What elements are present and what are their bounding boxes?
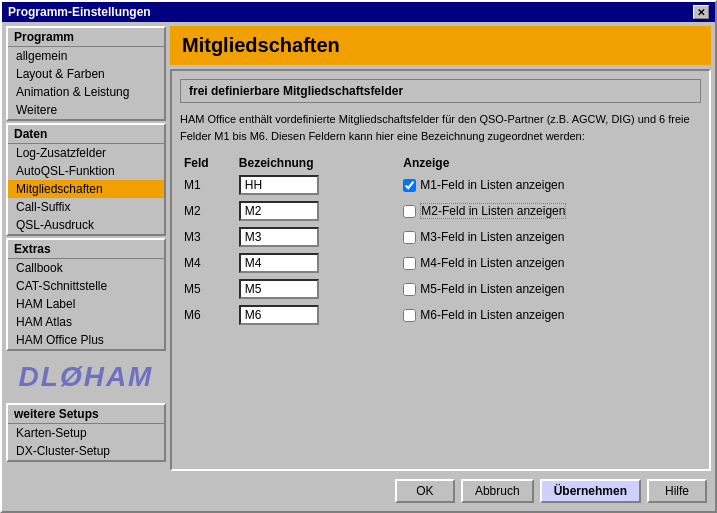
anzeige-cell-M2: M2-Feld in Listen anzeigen (399, 198, 701, 224)
sidebar-item-hamlabel[interactable]: HAM Label (8, 295, 164, 313)
sidebar-item-qslausdruck[interactable]: QSL-Ausdruck (8, 216, 164, 234)
sidebar-item-callsuffix[interactable]: Call-Suffix (8, 198, 164, 216)
sidebar-item-weitere[interactable]: Weitere (8, 101, 164, 119)
anzeige-text-M2: M2-Feld in Listen anzeigen (420, 203, 566, 219)
anzeige-label-M5[interactable]: M5-Feld in Listen anzeigen (403, 282, 697, 296)
anzeige-text-M6: M6-Feld in Listen anzeigen (420, 308, 564, 322)
table-row: M3M3-Feld in Listen anzeigen (180, 224, 701, 250)
description-text: HAM Office enthält vordefinierte Mitglie… (180, 111, 701, 144)
sidebar: Programm allgemein Layout & Farben Anima… (6, 26, 166, 507)
field-label-M1: M1 (180, 172, 235, 198)
sidebar-section-extras-header: Extras (8, 240, 164, 259)
anzeige-checkbox-M5[interactable] (403, 283, 416, 296)
anzeige-checkbox-M1[interactable] (403, 179, 416, 192)
bezeichnung-input-M5[interactable] (239, 279, 319, 299)
page-title: Mitgliedschaften (170, 26, 711, 65)
field-label-M5: M5 (180, 276, 235, 302)
sidebar-item-hamatlas[interactable]: HAM Atlas (8, 313, 164, 331)
anzeige-checkbox-M3[interactable] (403, 231, 416, 244)
sidebar-item-hamofficeplus[interactable]: HAM Office Plus (8, 331, 164, 349)
abbruch-button[interactable]: Abbruch (461, 479, 534, 503)
right-panel: Mitgliedschaften frei definierbare Mitgl… (170, 26, 711, 507)
bezeichnung-input-M1[interactable] (239, 175, 319, 195)
sidebar-item-animation[interactable]: Animation & Leistung (8, 83, 164, 101)
section-box: frei definierbare Mitgliedschaftsfelder (180, 79, 701, 103)
bottom-bar: OK Abbruch Übernehmen Hilfe (170, 475, 711, 507)
anzeige-label-M1[interactable]: M1-Feld in Listen anzeigen (403, 178, 697, 192)
anzeige-label-M6[interactable]: M6-Feld in Listen anzeigen (403, 308, 697, 322)
hilfe-button[interactable]: Hilfe (647, 479, 707, 503)
anzeige-text-M1: M1-Feld in Listen anzeigen (420, 178, 564, 192)
content-area: frei definierbare Mitgliedschaftsfelder … (170, 69, 711, 471)
anzeige-text-M5: M5-Feld in Listen anzeigen (420, 282, 564, 296)
logo: DLØHAM (6, 353, 166, 401)
sidebar-section-programm: Programm allgemein Layout & Farben Anima… (6, 26, 166, 121)
sidebar-section-weiteresetups-header: weitere Setups (8, 405, 164, 424)
sidebar-section-extras: Extras Callbook CAT-Schnittstelle HAM La… (6, 238, 166, 351)
bezeichnung-cell-M2 (235, 198, 400, 224)
anzeige-checkbox-M2[interactable] (403, 205, 416, 218)
col-header-anzeige: Anzeige (399, 154, 701, 172)
uebernehmen-button[interactable]: Übernehmen (540, 479, 641, 503)
sidebar-item-log[interactable]: Log-Zusatzfelder (8, 144, 164, 162)
close-button[interactable]: ✕ (693, 5, 709, 19)
fields-table: Feld Bezeichnung Anzeige M1M1-Feld in Li… (180, 154, 701, 328)
sidebar-section-daten-header: Daten (8, 125, 164, 144)
field-label-M4: M4 (180, 250, 235, 276)
table-row: M4M4-Feld in Listen anzeigen (180, 250, 701, 276)
anzeige-label-M4[interactable]: M4-Feld in Listen anzeigen (403, 256, 697, 270)
sidebar-item-cat[interactable]: CAT-Schnittstelle (8, 277, 164, 295)
field-label-M3: M3 (180, 224, 235, 250)
window-title: Programm-Einstellungen (8, 5, 151, 19)
bezeichnung-input-M4[interactable] (239, 253, 319, 273)
table-row: M5M5-Feld in Listen anzeigen (180, 276, 701, 302)
bezeichnung-cell-M4 (235, 250, 400, 276)
anzeige-label-M2[interactable]: M2-Feld in Listen anzeigen (403, 203, 697, 219)
bezeichnung-cell-M6 (235, 302, 400, 328)
anzeige-cell-M6: M6-Feld in Listen anzeigen (399, 302, 701, 328)
sidebar-item-autoqsl[interactable]: AutoQSL-Funktion (8, 162, 164, 180)
sidebar-item-kartensetup[interactable]: Karten-Setup (8, 424, 164, 442)
ok-button[interactable]: OK (395, 479, 455, 503)
sidebar-item-dxcluster[interactable]: DX-Cluster-Setup (8, 442, 164, 460)
anzeige-cell-M5: M5-Feld in Listen anzeigen (399, 276, 701, 302)
field-label-M2: M2 (180, 198, 235, 224)
col-header-feld: Feld (180, 154, 235, 172)
sidebar-section-daten: Daten Log-Zusatzfelder AutoQSL-Funktion … (6, 123, 166, 236)
anzeige-checkbox-M4[interactable] (403, 257, 416, 270)
anzeige-cell-M1: M1-Feld in Listen anzeigen (399, 172, 701, 198)
sidebar-item-allgemein[interactable]: allgemein (8, 47, 164, 65)
bezeichnung-cell-M3 (235, 224, 400, 250)
table-row: M1M1-Feld in Listen anzeigen (180, 172, 701, 198)
anzeige-text-M4: M4-Feld in Listen anzeigen (420, 256, 564, 270)
main-content: Programm allgemein Layout & Farben Anima… (2, 22, 715, 511)
sidebar-section-programm-header: Programm (8, 28, 164, 47)
anzeige-cell-M4: M4-Feld in Listen anzeigen (399, 250, 701, 276)
col-header-bezeichnung: Bezeichnung (235, 154, 400, 172)
table-row: M6M6-Feld in Listen anzeigen (180, 302, 701, 328)
anzeige-cell-M3: M3-Feld in Listen anzeigen (399, 224, 701, 250)
sidebar-section-weiteresetups: weitere Setups Karten-Setup DX-Cluster-S… (6, 403, 166, 462)
anzeige-text-M3: M3-Feld in Listen anzeigen (420, 230, 564, 244)
sidebar-item-callbook[interactable]: Callbook (8, 259, 164, 277)
bezeichnung-input-M6[interactable] (239, 305, 319, 325)
anzeige-label-M3[interactable]: M3-Feld in Listen anzeigen (403, 230, 697, 244)
bezeichnung-input-M2[interactable] (239, 201, 319, 221)
table-row: M2M2-Feld in Listen anzeigen (180, 198, 701, 224)
bezeichnung-cell-M1 (235, 172, 400, 198)
anzeige-checkbox-M6[interactable] (403, 309, 416, 322)
title-bar: Programm-Einstellungen ✕ (2, 2, 715, 22)
field-label-M6: M6 (180, 302, 235, 328)
main-window: Programm-Einstellungen ✕ Programm allgem… (0, 0, 717, 513)
sidebar-item-layout[interactable]: Layout & Farben (8, 65, 164, 83)
bezeichnung-input-M3[interactable] (239, 227, 319, 247)
bezeichnung-cell-M5 (235, 276, 400, 302)
sidebar-item-mitgliedschaften[interactable]: Mitgliedschaften (8, 180, 164, 198)
